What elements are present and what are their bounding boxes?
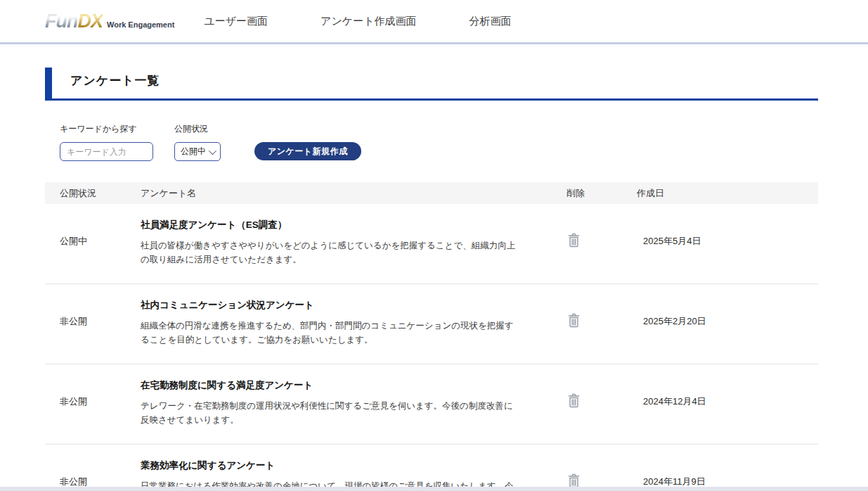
nav-item-survey-create-screen[interactable]: アンケート作成画面 xyxy=(320,15,416,28)
row-delete-cell xyxy=(557,219,627,267)
table-body: 公開中 社員満足度アンケート（ES調査） 社員の皆様が働きやすさややりがいをどの… xyxy=(45,204,818,491)
table-row: 非公開 社内コミュニケーション状況アンケート 組織全体の円滑な連携を推進するため… xyxy=(45,284,818,364)
footer-bar xyxy=(0,487,868,491)
brand-tagline: Work Engagement xyxy=(107,20,174,29)
brand-logo-dx: DX xyxy=(77,11,103,32)
status-filter-label: 公開状況 xyxy=(174,123,221,135)
status-select[interactable]: 公開中 xyxy=(174,142,221,161)
keyword-filter-label: キーワードから探す xyxy=(60,123,153,135)
table-header-status: 公開状況 xyxy=(45,187,141,200)
row-survey-description: テレワーク・在宅勤務制度の運用状況や利便性に関するご意見を伺います。今後の制度改… xyxy=(141,399,517,427)
keyword-input[interactable] xyxy=(60,142,153,161)
status-select-value: 公開中 xyxy=(181,146,206,158)
filter-bar: キーワードから探す 公開状況 公開中 アンケート新規作成 xyxy=(45,123,818,161)
app-header: FunDX Work Engagement ユーザー画面 アンケート作成画面 分… xyxy=(0,0,868,44)
row-created-date: 2025年5月4日 xyxy=(627,219,818,267)
brand-logo-fun: Fun xyxy=(45,11,77,32)
status-filter-group: 公開状況 公開中 xyxy=(174,123,221,161)
create-survey-button[interactable]: アンケート新規作成 xyxy=(254,142,361,160)
row-created-date: 2024年12月4日 xyxy=(627,379,818,427)
row-status: 公開中 xyxy=(45,219,141,267)
delete-survey-button[interactable] xyxy=(566,392,582,412)
row-delete-cell xyxy=(557,299,627,347)
row-delete-cell xyxy=(557,379,627,427)
survey-table: 公開状況 アンケート名 削除 作成日 公開中 社員満足度アンケート（ES調査） … xyxy=(45,182,818,491)
row-survey-title[interactable]: 社内コミュニケーション状況アンケート xyxy=(141,299,517,312)
row-survey-title[interactable]: 業務効率化に関するアンケート xyxy=(141,459,517,472)
main-content: アンケート一覧 キーワードから探す 公開状況 公開中 アンケート新規作成 公開状… xyxy=(45,72,818,491)
table-row: 非公開 在宅勤務制度に関する満足度アンケート テレワーク・在宅勤務制度の運用状況… xyxy=(45,364,818,445)
nav-item-analysis-screen[interactable]: 分析画面 xyxy=(469,15,511,28)
row-status: 非公開 xyxy=(45,379,141,427)
nav-item-user-screen[interactable]: ユーザー画面 xyxy=(204,15,268,28)
table-header-created: 作成日 xyxy=(627,187,818,200)
main-nav: ユーザー画面 アンケート作成画面 分析画面 xyxy=(204,15,564,28)
row-status: 非公開 xyxy=(45,299,141,347)
table-row: 公開中 社員満足度アンケート（ES調査） 社員の皆様が働きやすさややりがいをどの… xyxy=(45,204,818,284)
delete-survey-button[interactable] xyxy=(566,312,582,331)
row-survey-description: 社員の皆様が働きやすさややりがいをどのように感じているかを把握することで、組織力… xyxy=(141,238,517,267)
row-created-date: 2025年2月20日 xyxy=(627,299,818,347)
table-row: 非公開 業務効率化に関するアンケート 日常業務における作業効率や改善の余地につい… xyxy=(45,445,818,491)
chevron-down-icon xyxy=(209,146,216,154)
row-name-cell[interactable]: 社員満足度アンケート（ES調査） 社員の皆様が働きやすさややりがいをどのように感… xyxy=(141,219,557,267)
trash-icon xyxy=(567,233,581,248)
page-title: アンケート一覧 xyxy=(70,72,160,89)
row-name-cell[interactable]: 在宅勤務制度に関する満足度アンケート テレワーク・在宅勤務制度の運用状況や利便性… xyxy=(141,379,557,427)
row-survey-title[interactable]: 社員満足度アンケート（ES調査） xyxy=(141,219,517,231)
trash-icon xyxy=(567,473,581,488)
delete-survey-button[interactable] xyxy=(566,231,582,251)
trash-icon xyxy=(567,313,581,328)
title-accent-bar xyxy=(45,68,52,98)
keyword-filter-group: キーワードから探す xyxy=(60,123,153,161)
page-title-block: アンケート一覧 xyxy=(45,72,818,101)
brand-logo[interactable]: FunDX Work Engagement xyxy=(45,12,174,31)
row-name-cell[interactable]: 社内コミュニケーション状況アンケート 組織全体の円滑な連携を推進するため、部門内… xyxy=(141,299,557,347)
trash-icon xyxy=(567,393,581,408)
table-header-delete: 削除 xyxy=(557,187,627,200)
row-survey-description: 組織全体の円滑な連携を推進するため、部門内・部門間のコミュニケーションの現状を把… xyxy=(141,319,517,347)
table-header-row: 公開状況 アンケート名 削除 作成日 xyxy=(45,182,818,204)
table-header-name: アンケート名 xyxy=(141,187,557,200)
row-survey-title[interactable]: 在宅勤務制度に関する満足度アンケート xyxy=(141,379,517,392)
